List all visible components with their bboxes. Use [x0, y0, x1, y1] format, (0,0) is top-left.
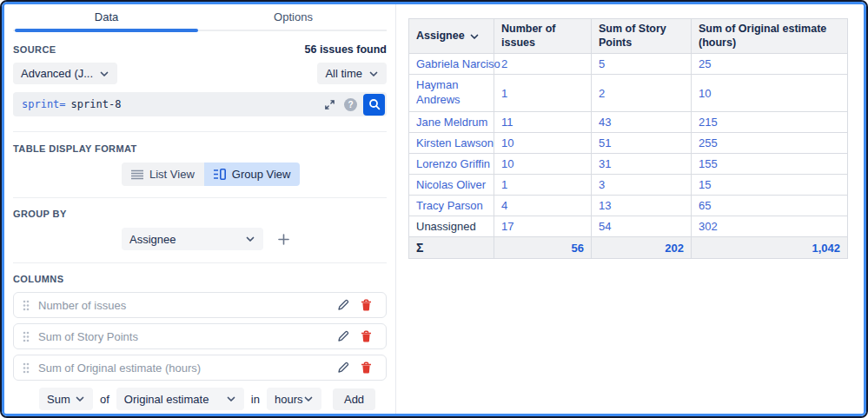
search-button[interactable]: [363, 94, 385, 116]
story-points-link[interactable]: 43: [592, 112, 692, 133]
jql-query-input[interactable]: sprint=sprint-8 ?: [13, 92, 387, 116]
builder-in-text: in: [251, 393, 260, 406]
table-row: Jane Meldrum 11 43 215: [409, 112, 848, 133]
drag-handle-icon[interactable]: [23, 331, 30, 342]
header-assignee-label: Assignee: [416, 30, 465, 43]
table-row: Unassigned 17 54 302: [409, 216, 848, 237]
group-view-label: Group View: [232, 168, 291, 181]
estimate-link[interactable]: 25: [692, 54, 848, 75]
issues-count-link[interactable]: 10: [494, 154, 592, 175]
assignee-link[interactable]: Nicolas Oliver: [409, 175, 494, 196]
table-row: Gabriela Narciso 2 5 25: [409, 54, 848, 75]
header-number-of-issues[interactable]: Number of issues: [494, 19, 592, 54]
delete-column-button[interactable]: [354, 357, 377, 378]
column-name: Sum of Original estimate (hours): [38, 362, 332, 375]
column-row: Number of issues: [13, 292, 387, 318]
trash-icon: [361, 330, 372, 342]
estimate-link[interactable]: 255: [692, 133, 848, 154]
group-view-button[interactable]: Group View: [204, 163, 301, 186]
delete-column-button[interactable]: [354, 326, 377, 347]
issues-found-count: 56 issues found: [305, 43, 387, 56]
help-icon[interactable]: ?: [344, 98, 357, 111]
add-group-button[interactable]: [272, 229, 295, 249]
estimate-link[interactable]: 10: [692, 75, 848, 112]
total-estimate: 1,042: [692, 237, 848, 259]
header-assignee[interactable]: Assignee: [409, 19, 494, 54]
unit-value: hours: [275, 393, 303, 406]
field-select[interactable]: Original estimate: [116, 388, 244, 410]
drag-handle-icon[interactable]: [23, 362, 30, 374]
estimate-link[interactable]: 302: [692, 216, 848, 237]
story-points-link[interactable]: 31: [592, 154, 692, 175]
group-by-label: GROUP BY: [13, 209, 387, 219]
divider: [13, 262, 387, 263]
story-points-link[interactable]: 13: [592, 196, 692, 216]
header-sum-story-points[interactable]: Sum of Story Points: [592, 19, 692, 54]
tab-data[interactable]: Data: [13, 4, 200, 30]
unit-select[interactable]: hours: [267, 388, 321, 410]
view-toggle: List View Group View: [122, 163, 300, 186]
issues-count-link[interactable]: 4: [494, 196, 592, 216]
builder-of-text: of: [100, 393, 109, 406]
story-points-link[interactable]: 3: [592, 175, 692, 196]
assignee-unassigned-label: Unassigned: [409, 216, 494, 237]
sigma-symbol: Σ: [409, 237, 494, 259]
list-view-icon: [131, 169, 143, 180]
tab-options[interactable]: Options: [200, 4, 387, 30]
expand-icon[interactable]: [321, 94, 338, 115]
aggregation-value: Sum: [47, 393, 70, 406]
story-points-link[interactable]: 54: [592, 216, 692, 237]
assignee-link[interactable]: Kirsten Lawson: [409, 133, 494, 154]
drag-handle-icon[interactable]: [23, 300, 30, 311]
story-points-link[interactable]: 51: [592, 133, 692, 154]
add-column-button[interactable]: Add: [333, 388, 375, 410]
source-section-label: SOURCE: [13, 44, 56, 55]
issues-count-link[interactable]: 10: [494, 133, 592, 154]
table-header-row: Assignee Number of issues Sum of Story P…: [409, 19, 848, 54]
pencil-icon: [337, 362, 349, 374]
time-range-dropdown[interactable]: All time: [317, 63, 387, 84]
table-row: Lorenzo Griffin 10 31 155: [409, 154, 848, 175]
table-row: Hayman Andrews 1 2 10: [409, 75, 848, 112]
header-sum-original-estimate[interactable]: Sum of Original estimate (hours): [692, 19, 848, 54]
edit-column-button[interactable]: [332, 326, 354, 347]
trash-icon: [361, 362, 372, 374]
issues-count-link[interactable]: 17: [494, 216, 592, 237]
group-by-select[interactable]: Assignee: [122, 228, 263, 250]
source-type-value: Advanced (J...: [21, 67, 93, 80]
delete-column-button[interactable]: [354, 295, 377, 315]
aggregation-select[interactable]: Sum: [39, 388, 93, 410]
group-by-value: Assignee: [129, 233, 176, 246]
trash-icon: [361, 299, 372, 311]
assignee-link[interactable]: Jane Meldrum: [409, 112, 494, 133]
estimate-link[interactable]: 65: [692, 196, 848, 216]
source-type-dropdown[interactable]: Advanced (J...: [13, 63, 117, 84]
jql-keyword: sprint=: [22, 98, 66, 110]
divider: [13, 131, 387, 132]
assignee-link[interactable]: Tracy Parson: [409, 196, 494, 216]
issues-count-link[interactable]: 11: [494, 112, 592, 133]
issues-count-link[interactable]: 1: [494, 75, 592, 112]
issues-count-link[interactable]: 1: [494, 175, 592, 196]
story-points-link[interactable]: 2: [592, 75, 692, 112]
chevron-down-icon: [245, 234, 255, 244]
edit-column-button[interactable]: [332, 357, 354, 378]
list-view-button[interactable]: List View: [122, 163, 204, 186]
chevron-down-icon: [303, 394, 314, 404]
column-name: Number of issues: [38, 299, 332, 312]
estimate-link[interactable]: 215: [692, 112, 848, 133]
jql-query-text: sprint=sprint-8: [22, 98, 321, 110]
edit-column-button[interactable]: [332, 295, 354, 315]
config-panel: Data Options SOURCE 56 issues found Adva…: [4, 4, 396, 414]
column-name: Sum of Story Points: [38, 330, 332, 343]
estimate-link[interactable]: 155: [692, 154, 848, 175]
assignee-link[interactable]: Lorenzo Griffin: [409, 154, 494, 175]
assignee-link[interactable]: Gabriela Narciso: [409, 54, 494, 75]
story-points-link[interactable]: 5: [592, 54, 692, 75]
pencil-icon: [337, 299, 349, 311]
chevron-down-icon: [226, 394, 236, 404]
estimate-link[interactable]: 15: [692, 175, 848, 196]
assignee-link[interactable]: Hayman Andrews: [409, 75, 494, 112]
issues-count-link[interactable]: 2: [494, 54, 592, 75]
window-frame: Data Options SOURCE 56 issues found Adva…: [0, 0, 868, 418]
